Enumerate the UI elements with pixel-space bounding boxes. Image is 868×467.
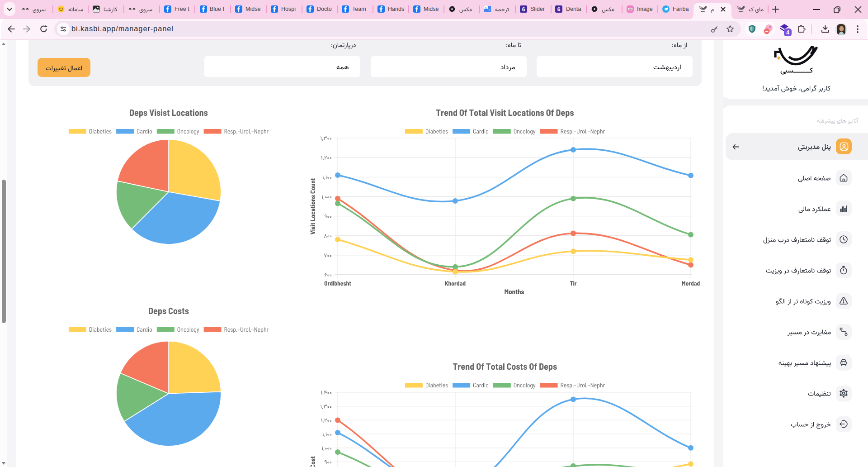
svg-text:6: 6	[522, 6, 525, 13]
svg-text:G: G	[485, 6, 487, 9]
svg-text:4: 4	[786, 29, 789, 36]
svg-text:6: 6	[557, 6, 561, 13]
svg-text:t: t	[489, 9, 490, 12]
